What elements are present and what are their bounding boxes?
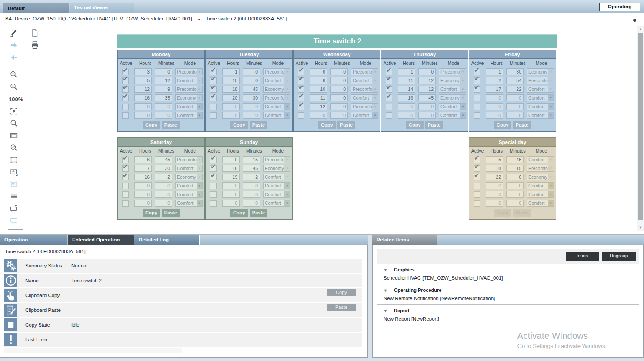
scrollbar-thumb[interactable] [638, 33, 643, 220]
dropdown-arrow-icon[interactable]: ▼ [284, 174, 290, 180]
hours-input[interactable]: 5 [134, 77, 152, 84]
back-arrow-icon[interactable] [9, 53, 19, 62]
mode-select[interactable]: Comfort▼ [175, 165, 203, 172]
minutes-input[interactable]: 30 [243, 94, 260, 101]
hours-input[interactable]: 0 [222, 156, 240, 163]
hours-input[interactable]: 0 [310, 112, 327, 119]
active-checkbox[interactable]: ✔ [122, 86, 129, 93]
dropdown-arrow-icon[interactable]: ▼ [197, 183, 202, 189]
breadcrumb-path[interactable]: BA_Device_OZW_150_HQ_1\Scheduler HVAC [T… [5, 16, 192, 21]
zoom-out-icon[interactable] [9, 82, 19, 92]
dropdown-arrow-icon[interactable]: ▼ [284, 95, 290, 101]
section-item-link[interactable]: New Report [NewReport] [384, 316, 639, 321]
search-icon[interactable] [9, 119, 19, 128]
hours-input[interactable]: 22 [486, 174, 503, 180]
minutes-input[interactable]: 30 [155, 165, 172, 172]
minutes-input[interactable]: 30 [506, 68, 524, 75]
hours-input[interactable]: 3 [134, 68, 152, 75]
dropdown-arrow-icon[interactable]: ▼ [548, 69, 554, 75]
dropdown-arrow-icon[interactable]: ▼ [197, 77, 202, 84]
active-checkbox[interactable] [474, 104, 480, 110]
active-checkbox[interactable]: ✔ [122, 95, 129, 101]
mode-select[interactable]: Economy▼ [175, 94, 203, 101]
zoom-in-icon[interactable] [9, 70, 19, 80]
active-checkbox[interactable]: ✔ [474, 157, 480, 163]
dropdown-arrow-icon[interactable]: ▼ [460, 112, 466, 118]
hours-input[interactable]: 11 [398, 77, 415, 84]
dropdown-arrow-icon[interactable]: ▼ [548, 157, 554, 163]
hours-input[interactable]: 12 [134, 86, 152, 93]
mode-select[interactable]: Precomfort▼ [527, 165, 554, 172]
copy-button[interactable]: Copy [327, 289, 356, 296]
dropdown-arrow-icon[interactable]: ▼ [284, 104, 290, 110]
minutes-input[interactable]: 54 [506, 77, 524, 84]
hours-input[interactable]: 0 [134, 200, 152, 207]
active-checkbox[interactable]: ✔ [210, 86, 217, 93]
forward-arrow-icon[interactable] [9, 40, 19, 50]
active-checkbox[interactable]: ✔ [474, 86, 480, 93]
mode-select[interactable]: Comfort▼ [527, 200, 554, 207]
dropdown-arrow-icon[interactable]: ▼ [197, 112, 202, 118]
minutes-input[interactable]: 0 [155, 68, 172, 75]
mode-select[interactable]: Comfort▼ [263, 103, 290, 110]
minutes-input[interactable]: 45 [155, 156, 172, 163]
hours-input[interactable]: 18 [222, 86, 240, 93]
mode-select[interactable]: Comfort▼ [439, 112, 466, 119]
copy-page-icon[interactable] [30, 28, 40, 38]
dropdown-arrow-icon[interactable]: ▼ [197, 69, 202, 75]
minutes-input[interactable]: 12 [155, 77, 172, 84]
copy-button[interactable]: Copy [143, 121, 160, 129]
minutes-input[interactable]: 0 [330, 94, 348, 101]
dropdown-arrow-icon[interactable]: ▼ [548, 77, 554, 84]
dropdown-arrow-icon[interactable]: ▼ [197, 104, 202, 110]
mode-select[interactable]: Precomfort▼ [527, 77, 554, 84]
minutes-input[interactable]: 0 [330, 86, 348, 93]
dropdown-arrow-icon[interactable]: ▼ [372, 104, 378, 110]
dropdown-arrow-icon[interactable]: ▼ [284, 157, 290, 163]
tab-extended-operation[interactable]: Extended Operation [68, 235, 134, 245]
mode-select[interactable]: Precomfort▼ [263, 94, 290, 101]
active-checkbox[interactable] [210, 112, 217, 119]
dropdown-arrow-icon[interactable]: ▼ [548, 183, 554, 189]
mode-select[interactable]: Comfort▼ [175, 182, 203, 189]
active-checkbox[interactable] [474, 183, 480, 189]
active-checkbox[interactable]: ✔ [210, 174, 217, 180]
minutes-input[interactable]: 0 [506, 200, 524, 207]
minutes-input[interactable]: 0 [418, 112, 436, 119]
hours-input[interactable]: 0 [134, 103, 152, 110]
pin-icon[interactable] [629, 19, 636, 22]
minutes-input[interactable]: 0 [243, 112, 260, 119]
section-item-link[interactable]: New Remote Notification [NewRemoteNotifi… [384, 296, 639, 301]
minutes-input[interactable]: 0 [243, 200, 260, 207]
mode-select[interactable]: Comfort▼ [527, 94, 554, 101]
active-checkbox[interactable]: ✔ [298, 104, 304, 110]
mode-select[interactable]: Precomfort▼ [351, 103, 378, 110]
minutes-input[interactable]: 15 [506, 165, 524, 172]
mode-select[interactable]: Comfort▼ [439, 103, 466, 110]
active-checkbox[interactable]: ✔ [386, 86, 392, 93]
mode-select[interactable]: Comfort▼ [439, 86, 466, 93]
active-checkbox[interactable]: ✔ [122, 174, 129, 180]
active-checkbox[interactable]: ✔ [210, 77, 217, 84]
dropdown-arrow-icon[interactable]: ▼ [460, 69, 466, 75]
mode-select[interactable]: Precomfort▼ [175, 86, 203, 93]
active-checkbox[interactable]: ✔ [210, 157, 217, 163]
active-checkbox[interactable]: ✔ [210, 95, 217, 101]
copy-button[interactable]: Copy [318, 121, 336, 129]
minutes-input[interactable]: 0 [155, 200, 172, 207]
mode-select[interactable]: Comfort▼ [175, 191, 203, 198]
minutes-input[interactable]: 35 [155, 94, 172, 101]
dropdown-arrow-icon[interactable]: ▼ [197, 86, 202, 92]
hours-input[interactable]: 1 [222, 68, 240, 75]
tab-default[interactable]: Default [3, 3, 69, 13]
active-checkbox[interactable]: ✔ [298, 86, 304, 93]
hours-input[interactable]: 0 [222, 112, 240, 119]
mode-select[interactable]: Comfort▼ [351, 77, 378, 84]
pan-grid-icon[interactable] [9, 167, 19, 177]
mode-select[interactable]: Precomfort▼ [175, 156, 203, 163]
dropdown-arrow-icon[interactable]: ▼ [548, 86, 554, 92]
hours-input[interactable]: 5 [486, 156, 503, 163]
hours-input[interactable]: 11 [310, 94, 327, 101]
active-checkbox[interactable] [210, 200, 217, 207]
mode-select[interactable]: Comfort▼ [263, 174, 290, 180]
